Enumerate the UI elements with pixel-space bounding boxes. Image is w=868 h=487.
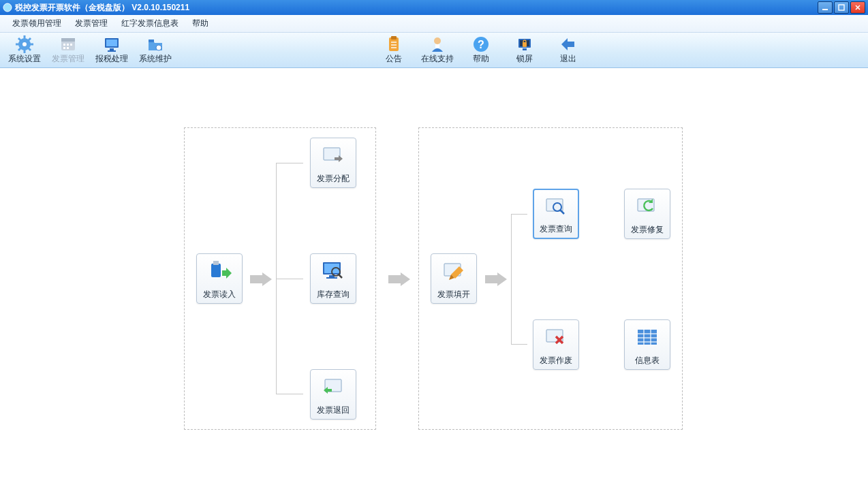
table-icon xyxy=(634,320,661,355)
flow-invoice-query[interactable]: 发票查询 xyxy=(533,189,579,239)
arrow-icon xyxy=(484,272,508,286)
flow-label: 发票退回 xyxy=(317,405,350,416)
svg-rect-17 xyxy=(70,44,72,46)
svg-rect-14 xyxy=(61,38,75,42)
svg-rect-16 xyxy=(67,44,69,46)
flow-invoice-fill[interactable]: 发票填开 xyxy=(431,253,477,304)
menu-help[interactable]: 帮助 xyxy=(185,15,215,32)
folder-gear-icon xyxy=(146,35,164,53)
toolbar-label: 在线支持 xyxy=(421,53,454,65)
maximize-button[interactable] xyxy=(834,1,849,14)
svg-rect-45 xyxy=(326,277,337,279)
svg-rect-32 xyxy=(435,44,439,48)
menu-invoice-receive[interactable]: 发票领用管理 xyxy=(5,15,68,32)
flow-label: 发票读入 xyxy=(203,289,236,300)
flow-label: 发票作废 xyxy=(540,355,572,366)
flow-label: 信息表 xyxy=(635,355,660,366)
flow-info-table[interactable]: 信息表 xyxy=(624,319,670,370)
flow-label: 发票修复 xyxy=(631,224,664,236)
svg-rect-21 xyxy=(106,40,117,46)
svg-rect-15 xyxy=(63,44,65,46)
svg-line-12 xyxy=(18,48,21,50)
connector-line xyxy=(276,279,303,279)
doc-arrow-right-icon xyxy=(320,138,347,173)
doc-arrow-left-icon xyxy=(320,370,347,405)
svg-rect-22 xyxy=(110,48,114,50)
svg-rect-40 xyxy=(213,261,219,265)
toolbar-invoice-manage[interactable]: 发票管理 xyxy=(48,35,89,66)
toolbar: 系统设置 发票管理 报税处理 系统维护 公告 在线支持 ? 帮助 xyxy=(0,33,868,68)
svg-line-10 xyxy=(28,48,31,50)
monitor-search-icon xyxy=(320,254,347,289)
toolbar-system-maintain[interactable]: 系统维护 xyxy=(135,35,176,66)
flow-invoice-void[interactable]: 发票作废 xyxy=(533,319,579,370)
doc-x-icon xyxy=(542,320,570,355)
toolbar-label: 发票管理 xyxy=(52,53,84,65)
svg-rect-23 xyxy=(108,50,116,52)
flow-label: 发票查询 xyxy=(540,223,572,235)
back-arrow-icon xyxy=(559,35,577,53)
toolbar-label: 锁屏 xyxy=(516,53,533,65)
connector-line xyxy=(511,214,527,345)
svg-line-11 xyxy=(28,38,31,41)
toolbar-online-support[interactable]: 在线支持 xyxy=(417,35,458,66)
svg-rect-19 xyxy=(67,47,69,49)
workspace: 发票读入 发票分配 库存查询 发票退回 发票填开 xyxy=(0,68,868,487)
svg-point-0 xyxy=(3,3,12,12)
menu-invoice-manage[interactable]: 发票管理 xyxy=(68,15,114,32)
svg-point-25 xyxy=(156,45,161,50)
flow-invoice-assign[interactable]: 发票分配 xyxy=(310,138,356,188)
person-icon xyxy=(429,35,446,53)
doc-search-icon xyxy=(542,190,570,223)
usb-arrow-icon xyxy=(206,254,233,289)
svg-line-47 xyxy=(339,274,342,278)
toolbar-label: 公告 xyxy=(386,53,402,65)
lock-icon xyxy=(516,35,533,53)
monitor-icon xyxy=(103,35,121,53)
calendar-icon xyxy=(59,35,77,53)
toolbar-label: 帮助 xyxy=(473,53,489,65)
svg-rect-24 xyxy=(149,40,154,42)
toolbar-label: 系统维护 xyxy=(139,53,172,65)
flow-invoice-repair[interactable]: 发票修复 xyxy=(624,189,670,239)
close-button[interactable] xyxy=(850,1,865,14)
minimize-button[interactable] xyxy=(818,1,833,14)
gear-icon xyxy=(16,35,33,53)
svg-rect-1 xyxy=(822,9,828,10)
arrow-icon xyxy=(249,272,273,286)
arrow-icon xyxy=(387,272,412,286)
toolbar-help[interactable]: ? 帮助 xyxy=(461,35,501,66)
svg-rect-39 xyxy=(211,264,221,277)
title-bar: 税控发票开票软件（金税盘版） V2.0.10.150211 xyxy=(0,0,868,15)
app-icon xyxy=(3,3,12,12)
svg-rect-18 xyxy=(63,47,65,49)
toolbar-notice[interactable]: 公告 xyxy=(373,35,414,66)
app-title: 税控发票开票软件（金税盘版） V2.0.10.150211 xyxy=(15,2,189,14)
svg-rect-2 xyxy=(839,5,844,10)
svg-rect-38 xyxy=(523,48,527,50)
toolbar-tax-process[interactable]: 报税处理 xyxy=(91,35,132,66)
menu-bar: 发票领用管理 发票管理 红字发票信息表 帮助 xyxy=(0,15,868,33)
clipboard-icon xyxy=(385,35,403,53)
svg-rect-27 xyxy=(391,36,397,40)
toolbar-exit[interactable]: 退出 xyxy=(548,35,589,66)
flow-invoice-read[interactable]: 发票读入 xyxy=(196,253,243,304)
flow-label: 库存查询 xyxy=(317,289,350,300)
svg-point-4 xyxy=(22,42,27,46)
flow-label: 发票分配 xyxy=(317,173,350,185)
menu-red-invoice[interactable]: 红字发票信息表 xyxy=(114,15,185,32)
svg-text:?: ? xyxy=(478,39,484,50)
flow-invoice-return[interactable]: 发票退回 xyxy=(310,369,356,420)
svg-line-9 xyxy=(18,38,21,41)
toolbar-label: 系统设置 xyxy=(8,53,41,65)
svg-point-31 xyxy=(434,37,441,44)
svg-rect-55 xyxy=(638,330,657,345)
svg-rect-37 xyxy=(523,42,527,47)
doc-refresh-icon xyxy=(634,189,661,224)
toolbar-system-settings[interactable]: 系统设置 xyxy=(4,35,45,66)
doc-pencil-icon xyxy=(440,254,467,289)
toolbar-label: 报税处理 xyxy=(95,53,128,65)
toolbar-label: 退出 xyxy=(560,53,576,65)
flow-stock-query[interactable]: 库存查询 xyxy=(310,253,356,304)
toolbar-lock[interactable]: 锁屏 xyxy=(504,35,545,66)
